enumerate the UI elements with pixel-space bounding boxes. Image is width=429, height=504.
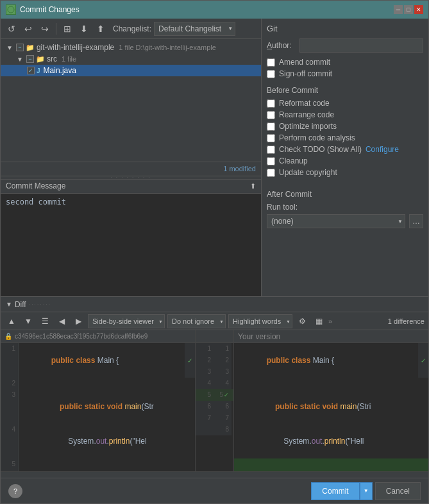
commit-dropdown-button[interactable]: ▼ <box>360 482 373 500</box>
changelist-label: Changelist: <box>113 24 151 33</box>
diff-scrollbar[interactable] <box>1 471 428 478</box>
after-commit-section: After Commit Run tool: (none) … <box>267 185 423 228</box>
tree-label-main: Main.java <box>44 66 76 75</box>
todo-checkbox[interactable] <box>267 146 275 154</box>
close-button[interactable]: ✕ <box>414 5 423 14</box>
diff-center-gutter: 1 1 2 2 3 3 4 4 <box>196 330 234 471</box>
highlight-dropdown-wrapper: Highlight words <box>228 314 292 328</box>
gutter-row-6: 6 6 <box>196 401 233 412</box>
amend-commit-row[interactable]: Amend commit <box>267 58 423 67</box>
sign-off-row[interactable]: Sign-off commit <box>267 69 423 78</box>
commit-button[interactable]: Commit <box>311 482 359 500</box>
left-content-2 <box>19 378 195 389</box>
bottom-buttons: Commit ▼ Cancel <box>311 482 421 500</box>
diff-left-arrow-button[interactable]: ◀ <box>55 314 69 328</box>
commit-message-input[interactable]: second commit <box>1 194 261 297</box>
diff-title: Diff <box>15 300 26 309</box>
minimize-button[interactable]: ─ <box>394 5 403 14</box>
checkbox-root[interactable] <box>16 44 24 51</box>
copyright-label: Update copyright <box>279 168 337 177</box>
checkbox-src[interactable] <box>26 55 34 63</box>
cleanup-label: Cleanup <box>279 156 308 165</box>
tree-item-src[interactable]: ▼ 📁 src 1 file <box>1 53 261 65</box>
undo-button[interactable]: ↩ <box>21 22 35 36</box>
help-button[interactable]: ? <box>8 484 22 498</box>
redo-button[interactable]: ↪ <box>38 22 52 36</box>
add-button[interactable]: ⊞ <box>60 22 74 36</box>
analyze-row[interactable]: Perform code analysis <box>267 133 423 142</box>
move-down-button[interactable]: ⬇ <box>77 22 91 36</box>
optimize-checkbox[interactable] <box>267 122 275 131</box>
left-tick-1: ✓ <box>185 343 195 378</box>
gutter-row-5: 5 5 ✓ <box>196 389 233 401</box>
amend-commit-checkbox[interactable] <box>267 58 275 67</box>
diff-settings-button[interactable]: ☰ <box>38 314 52 328</box>
todo-label: Check TODO (Show All) <box>279 145 362 154</box>
diff-arrow-right: » <box>328 317 332 325</box>
rearrange-row[interactable]: Rearrange code <box>267 110 423 119</box>
gutter-row-4: 4 4 <box>196 378 233 389</box>
refresh-button[interactable]: ↺ <box>4 22 19 36</box>
tree-item-root[interactable]: ▼ 📁 git-with-intellij-example 1 file D:\… <box>1 42 261 53</box>
maximize-button[interactable]: □ <box>404 5 413 14</box>
diff-next-button[interactable]: ▼ <box>21 314 35 328</box>
author-input[interactable] <box>299 38 423 53</box>
diff-content: 🔒 c34596ec1c588ecac3f195cb77bd6dcaff6fb6… <box>1 330 428 471</box>
modified-count[interactable]: 1 modified <box>223 165 256 172</box>
commit-msg-expand-icon[interactable]: ⬆ <box>250 182 256 190</box>
reformat-row[interactable]: Reformat code <box>267 99 423 108</box>
copyright-row[interactable]: Update copyright <box>267 168 423 177</box>
diff-right-arrow-button[interactable]: ▶ <box>71 314 85 328</box>
optimize-row[interactable]: Optimize imports <box>267 122 423 131</box>
configure-link[interactable]: Configure <box>366 145 399 154</box>
diff-prev-button[interactable]: ▲ <box>4 314 19 328</box>
gutter-row-7: 7 7 <box>196 412 233 424</box>
run-tool-select[interactable]: (none) <box>267 214 405 228</box>
window-controls: ─ □ ✕ <box>394 5 423 14</box>
ignore-dropdown[interactable]: Do not ignore <box>167 314 226 328</box>
gutter-right-7: 7 <box>214 412 231 424</box>
svg-point-0 <box>8 6 14 13</box>
diff-right-line-1: public class Main { ✓ <box>234 343 428 378</box>
highlight-dropdown[interactable]: Highlight words <box>228 314 292 328</box>
gutter-right-3: 3 <box>214 366 231 378</box>
rearrange-checkbox[interactable] <box>267 111 275 119</box>
left-content-5: } <box>19 458 195 471</box>
reformat-checkbox[interactable] <box>267 99 275 108</box>
gutter-right-1: 1 <box>214 343 231 355</box>
copyright-checkbox[interactable] <box>267 169 275 177</box>
left-linenum-2: 2 <box>1 378 19 389</box>
diff-right-line-5: System.out.println("This <box>234 458 428 471</box>
diff-drag-handle[interactable]: · · · · · · · · <box>29 301 50 307</box>
cleanup-row[interactable]: Cleanup <box>267 156 423 165</box>
diff-columns-button[interactable]: ▦ <box>312 314 326 328</box>
analyze-checkbox[interactable] <box>267 134 275 142</box>
gutter-left-5: 5 <box>196 389 214 401</box>
run-tool-extra-button[interactable]: … <box>409 214 423 228</box>
move-up-button[interactable]: ⬆ <box>94 22 108 36</box>
gutter-right-8: 8 <box>214 424 231 435</box>
changelist-select[interactable]: Default Changelist <box>154 22 235 36</box>
diff-settings2-button[interactable]: ⚙ <box>295 314 309 328</box>
checkbox-main[interactable] <box>27 67 35 74</box>
diff-left-panel: 🔒 c34596ec1c588ecac3f195cb77bd6dcaff6fb6… <box>1 330 196 471</box>
diff-left-line-2: 2 <box>1 378 195 389</box>
diff-difference-count: 1 difference <box>388 317 425 325</box>
diff-collapse-icon[interactable]: ▼ <box>6 301 12 308</box>
toolbar-separator <box>56 23 56 35</box>
commit-btn-wrapper: Commit ▼ <box>311 482 372 500</box>
right-content-5: System.out.println("This <box>234 458 428 471</box>
diff-left-line-5: 5 } <box>1 458 195 471</box>
tree-item-main[interactable]: J Main.java <box>1 65 261 76</box>
toolbar: ↺ ↩ ↪ ⊞ ⬇ ⬆ Changelist: Default Changeli… <box>1 19 261 39</box>
file-tree: ▼ 📁 git-with-intellij-example 1 file D:\… <box>1 39 261 162</box>
sign-off-checkbox[interactable] <box>267 70 275 78</box>
gutter-row-1: 1 1 <box>196 343 233 355</box>
viewer-dropdown[interactable]: Side-by-side viewer Unified viewer <box>88 314 165 328</box>
cleanup-checkbox[interactable] <box>267 157 275 165</box>
run-tool-row: (none) … <box>267 214 423 228</box>
cancel-button[interactable]: Cancel <box>375 482 421 500</box>
optimize-label: Optimize imports <box>279 122 337 131</box>
diff-right-header: Your version <box>234 330 428 343</box>
todo-row[interactable]: Check TODO (Show All) Configure <box>267 145 423 154</box>
